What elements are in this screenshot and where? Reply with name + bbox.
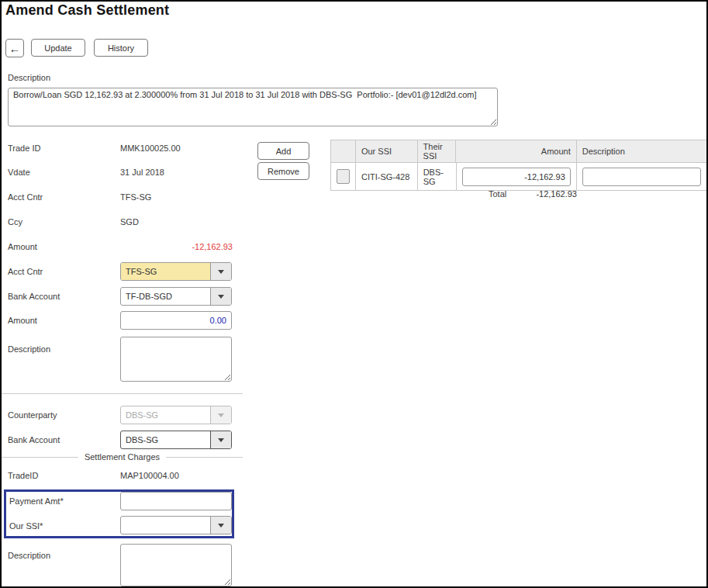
- acct-cntr-select-label: Acct Cntr: [8, 267, 43, 276]
- ccy-label: Ccy: [8, 217, 120, 227]
- row-description-input[interactable]: [582, 168, 701, 186]
- acct-cntr-select[interactable]: TFS-SG: [120, 262, 232, 281]
- row-their-ssi: DBS-SG: [418, 163, 457, 190]
- charges-trade-id-value: MAP100004.00: [120, 471, 233, 480]
- back-button[interactable]: ←: [5, 39, 24, 57]
- ssi-actions: Add Remove: [257, 142, 309, 182]
- charges-description-label: Description: [8, 551, 50, 560]
- payment-description-textarea[interactable]: [120, 337, 232, 382]
- cpty-bank-account-select-label: Bank Account: [8, 435, 60, 444]
- our-ssi-dropdown-button[interactable]: [210, 517, 231, 534]
- legend-line-left: [2, 457, 78, 458]
- bank-account-selected-value: TF-DB-SGD: [121, 288, 210, 305]
- remove-button[interactable]: Remove: [257, 162, 309, 180]
- trade-id-label: Trade ID: [8, 144, 120, 153]
- section-divider: [2, 393, 243, 394]
- total-value: -12,162.93: [476, 189, 577, 199]
- counterparty-select: DBS-SG: [120, 406, 232, 424]
- header-amount: Amount: [456, 140, 576, 162]
- add-button[interactable]: Add: [257, 142, 309, 160]
- chevron-down-icon: [218, 524, 224, 527]
- row-our-ssi: CITI-SG-428: [356, 163, 418, 190]
- bank-account-select[interactable]: TF-DB-SGD: [120, 287, 232, 306]
- chevron-down-icon: [218, 438, 224, 442]
- acct-cntr-label: Acct Cntr: [8, 192, 120, 202]
- bank-account-select-label: Bank Account: [8, 292, 60, 301]
- row-select-checkbox[interactable]: [337, 169, 350, 184]
- payment-amt-input[interactable]: [120, 492, 232, 510]
- settlement-charges-title: Settlement Charges: [78, 452, 166, 462]
- description-label: Description: [8, 73, 50, 82]
- ccy-value: SGD: [120, 217, 233, 227]
- header-select: [331, 140, 356, 162]
- update-button[interactable]: Update: [31, 39, 85, 57]
- chevron-down-icon: [218, 413, 224, 417]
- page-title: Amend Cash Settlement: [5, 2, 169, 19]
- header-our-ssi: Our SSI: [356, 140, 418, 162]
- cpty-bank-account-select[interactable]: DBS-SG: [120, 431, 232, 449]
- chevron-down-icon: [218, 295, 224, 299]
- acct-cntr-value: TFS-SG: [120, 192, 233, 202]
- our-ssi-select[interactable]: [120, 516, 232, 534]
- vdate-row: Vdate 31 Jul 2018: [8, 168, 233, 177]
- amount-negative-value: -12,162.93: [120, 242, 233, 251]
- cpty-bank-account-dropdown-button[interactable]: [210, 431, 231, 448]
- amount-input[interactable]: [120, 311, 232, 330]
- payment-amt-label: Payment Amt*: [9, 496, 64, 506]
- amend-cash-settlement-page: Amend Cash Settlement ← Update History D…: [0, 0, 708, 588]
- ssi-table: Our SSI Their SSI Amount Description CIT…: [330, 140, 707, 191]
- ccy-row: Ccy SGD: [8, 217, 233, 227]
- history-button[interactable]: History: [94, 39, 148, 57]
- amount-label: Amount: [8, 242, 120, 251]
- header-description: Description: [577, 140, 706, 162]
- charges-trade-id-label: TradeID: [8, 471, 120, 480]
- counterparty-selected-value: DBS-SG: [121, 406, 210, 424]
- counterparty-select-label: Counterparty: [8, 410, 57, 420]
- settlement-charges-section: Settlement Charges: [2, 452, 243, 462]
- bank-account-dropdown-button[interactable]: [210, 288, 231, 305]
- ssi-table-header: Our SSI Their SSI Amount Description: [331, 140, 706, 162]
- trade-id-row: Trade ID MMK100025.00: [8, 144, 233, 153]
- amount-input-label: Amount: [8, 316, 37, 325]
- acct-cntr-dropdown-button[interactable]: [210, 263, 231, 280]
- cpty-bank-account-selected-value: DBS-SG: [121, 431, 210, 448]
- acct-cntr-selected-value: TFS-SG: [121, 263, 210, 280]
- charges-trade-id-row: TradeID MAP100004.00: [8, 471, 233, 480]
- counterparty-dropdown-button: [210, 406, 231, 424]
- row-amount-input[interactable]: [462, 168, 571, 186]
- back-arrow-icon: ←: [9, 42, 21, 55]
- vdate-value: 31 Jul 2018: [120, 168, 233, 177]
- header-their-ssi: Their SSI: [418, 140, 457, 162]
- our-ssi-selected-value: [121, 517, 210, 534]
- amount-row: Amount -12,162.93: [8, 242, 233, 251]
- legend-line-right: [166, 457, 243, 458]
- trade-id-value: MMK100025.00: [120, 144, 233, 153]
- description-textarea[interactable]: Borrow/Loan SGD 12,162.93 at 2.300000% f…: [8, 88, 498, 126]
- table-row: CITI-SG-428 DBS-SG: [331, 162, 706, 190]
- charges-description-textarea[interactable]: [120, 544, 232, 586]
- acct-cntr-row: Acct Cntr TFS-SG: [8, 192, 233, 202]
- payment-description-label: Description: [8, 344, 50, 354]
- vdate-label: Vdate: [8, 168, 120, 177]
- our-ssi-select-label: Our SSI*: [9, 521, 43, 531]
- chevron-down-icon: [218, 270, 224, 274]
